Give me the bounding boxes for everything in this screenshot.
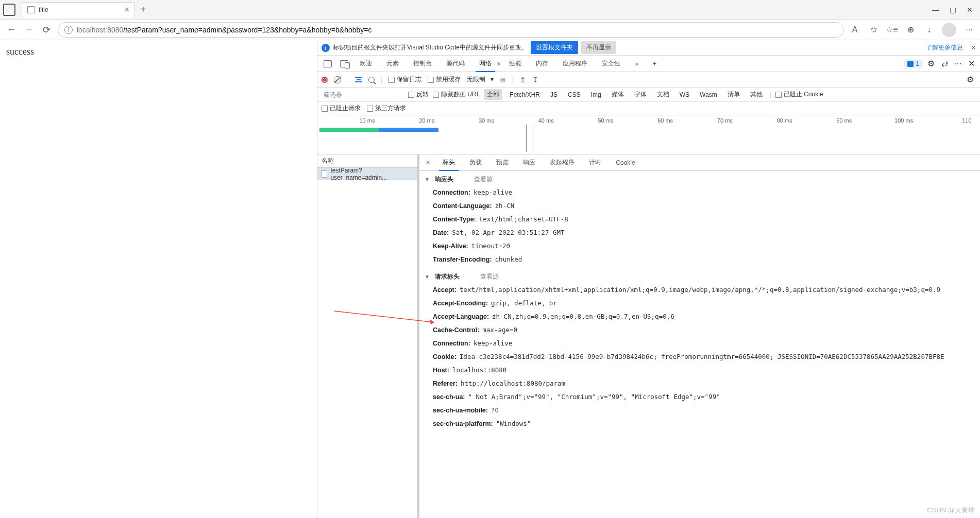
more-menu-icon[interactable]: ··· — [964, 24, 975, 36]
import-har-icon[interactable]: ↧ — [532, 76, 538, 84]
downloads-icon[interactable]: ↓ — [923, 24, 935, 36]
network-timeline[interactable]: 10 ms 20 ms 30 ms 40 ms 50 ms 60 ms 70 m… — [317, 115, 980, 154]
filter-type-css[interactable]: CSS — [565, 90, 584, 99]
settings-gear-icon[interactable]: ⚙ — [925, 58, 937, 70]
throttle-select[interactable]: 无限制 ▾ — [467, 75, 494, 84]
collections-icon[interactable]: ⊕ — [905, 24, 916, 36]
header-entry: Cache-Control:max-age=0 — [419, 323, 980, 337]
filter-type-js[interactable]: JS — [547, 90, 561, 99]
tab-memory[interactable]: 内存 — [530, 56, 554, 72]
tab-initiator[interactable]: 发起程序 — [544, 154, 581, 171]
filter-type-wasm[interactable]: Wasm — [697, 90, 720, 99]
filter-type-manifest[interactable]: 清单 — [724, 89, 743, 100]
tab-headers[interactable]: 标头 — [436, 154, 461, 171]
filter-type-all[interactable]: 全部 — [484, 89, 502, 100]
more-vertical-icon[interactable]: ⋯ — [952, 58, 964, 70]
set-root-folder-button[interactable]: 设置根文件夹 — [531, 41, 578, 54]
tabs-overflow[interactable]: » — [629, 56, 645, 72]
view-source-link[interactable]: 查看源 — [474, 175, 493, 184]
timeline-bar — [319, 128, 379, 132]
header-entry: Content-Language:zh-CN — [419, 199, 980, 213]
filter-type-img[interactable]: Img — [588, 90, 604, 99]
minimize-icon[interactable]: — — [932, 6, 939, 14]
network-settings-icon[interactable]: ⚙ — [965, 74, 976, 85]
tab-payload[interactable]: 负载 — [463, 154, 488, 171]
export-har-icon[interactable]: ↥ — [520, 76, 526, 84]
tab-sources[interactable]: 源代码 — [440, 56, 471, 72]
response-headers-section[interactable]: ▼ 响应头 查看源 — [419, 173, 980, 186]
tab-elements[interactable]: 元素 — [380, 56, 405, 72]
tab-performance[interactable]: 性能 — [503, 56, 528, 72]
request-list: 名称 testParam?user_name=admin... — [317, 154, 419, 518]
timeline-tick: 30 ms — [479, 117, 494, 124]
hide-data-urls-checkbox[interactable]: 隐藏数据 URL — [433, 90, 480, 99]
filter-input[interactable] — [322, 90, 404, 99]
toolbar-right: A ✩ ☆≡ ⊕ ↓ ··· — [849, 23, 975, 37]
disable-cache-checkbox[interactable]: 禁用缓存 — [428, 75, 461, 84]
tab-cookies[interactable]: Cookie — [610, 154, 641, 171]
back-button[interactable]: ← — [5, 24, 18, 36]
tab-security[interactable]: 安全性 — [596, 56, 627, 72]
inspect-element-icon[interactable] — [324, 60, 332, 67]
filter-type-media[interactable]: 媒体 — [609, 89, 627, 100]
sidebar-toggle-icon[interactable] — [3, 4, 15, 16]
filter-type-other[interactable]: 其他 — [747, 89, 766, 100]
network-main: 名称 testParam?user_name=admin... × 标头 负载 … — [317, 154, 980, 518]
new-tab-button[interactable]: + — [140, 4, 146, 15]
tab-console[interactable]: 控制台 — [407, 56, 438, 72]
filter-type-font[interactable]: 字体 — [631, 89, 650, 100]
browser-tab[interactable]: title × — [22, 2, 135, 18]
reader-icon[interactable]: A — [849, 24, 860, 36]
dismiss-banner-button[interactable]: 不再显示 — [581, 41, 616, 54]
blocked-cookies-checkbox[interactable]: 已阻止 Cookie — [775, 90, 823, 99]
close-tab-icon[interactable]: × — [125, 5, 129, 14]
profile-avatar[interactable] — [942, 23, 956, 37]
tab-preview[interactable]: 预览 — [490, 154, 515, 171]
headers-content[interactable]: ▼ 响应头 查看源 Connection:keep-aliveContent-L… — [419, 171, 980, 518]
favorite-icon[interactable]: ✩ — [868, 24, 879, 36]
page-body: success — [0, 40, 317, 63]
third-party-checkbox[interactable]: 第三方请求 — [367, 104, 406, 113]
url-input[interactable]: i localhost:8080/testParam?user_name=adm… — [58, 22, 844, 38]
filter-type-doc[interactable]: 文档 — [654, 89, 672, 100]
header-entry: Date:Sat, 02 Apr 2022 03:51:27 GMT — [419, 226, 980, 239]
request-list-header[interactable]: 名称 — [317, 154, 417, 168]
tab-application[interactable]: 应用程序 — [556, 56, 594, 72]
invert-checkbox[interactable]: 反转 — [408, 90, 429, 99]
tab-response[interactable]: 响应 — [517, 154, 542, 171]
customize-icon[interactable]: ⇄ — [939, 58, 950, 70]
issues-badge[interactable]: 1 — [903, 60, 923, 68]
preserve-log-checkbox[interactable]: 保留日志 — [388, 75, 421, 84]
info-icon: i — [322, 44, 330, 52]
timeline-tick: 100 ms — [894, 117, 913, 124]
refresh-button[interactable]: ⟳ — [40, 24, 53, 36]
record-button[interactable] — [322, 77, 328, 83]
view-source-link[interactable]: 查看源 — [480, 272, 499, 281]
maximize-icon[interactable]: ▢ — [950, 6, 956, 14]
network-filter-bar-2: 已阻止请求 第三方请求 — [317, 102, 980, 115]
network-conditions-icon[interactable]: ⊚ — [500, 76, 506, 84]
devtools-banner: i 标识项目的根文件夹以打开Visual Studio Code中的源文件并同步… — [317, 40, 980, 56]
close-window-icon[interactable]: ✕ — [967, 6, 973, 14]
clear-button[interactable] — [334, 76, 341, 83]
filter-type-ws[interactable]: WS — [677, 90, 692, 99]
favorites-bar-icon[interactable]: ☆≡ — [886, 24, 898, 36]
filter-toggle-icon[interactable] — [355, 77, 362, 82]
request-row[interactable]: testParam?user_name=admin... — [317, 168, 417, 180]
timeline-tick: 80 ms — [777, 117, 792, 124]
header-entry: Content-Type:text/html;charset=UTF-8 — [419, 213, 980, 226]
device-toggle-icon[interactable] — [340, 60, 348, 67]
tab-network[interactable]: 网络 — [473, 56, 498, 72]
blocked-requests-checkbox[interactable]: 已阻止请求 — [322, 104, 361, 113]
learn-more-link[interactable]: 了解更多信息 — [926, 43, 963, 52]
close-detail-icon[interactable]: × — [421, 158, 434, 167]
request-headers-section[interactable]: ▼ 请求标头 查看源 — [419, 270, 980, 283]
tab-welcome[interactable]: 欢迎 — [353, 56, 378, 72]
close-devtools-icon[interactable]: ✕ — [966, 58, 977, 70]
filter-type-fetch[interactable]: Fetch/XHR — [506, 90, 543, 99]
add-tab-icon[interactable]: + — [647, 56, 663, 72]
close-banner-icon[interactable]: × — [971, 43, 976, 53]
search-icon[interactable] — [368, 77, 375, 83]
tab-timing[interactable]: 计时 — [583, 154, 607, 171]
site-info-icon[interactable]: i — [64, 26, 73, 34]
